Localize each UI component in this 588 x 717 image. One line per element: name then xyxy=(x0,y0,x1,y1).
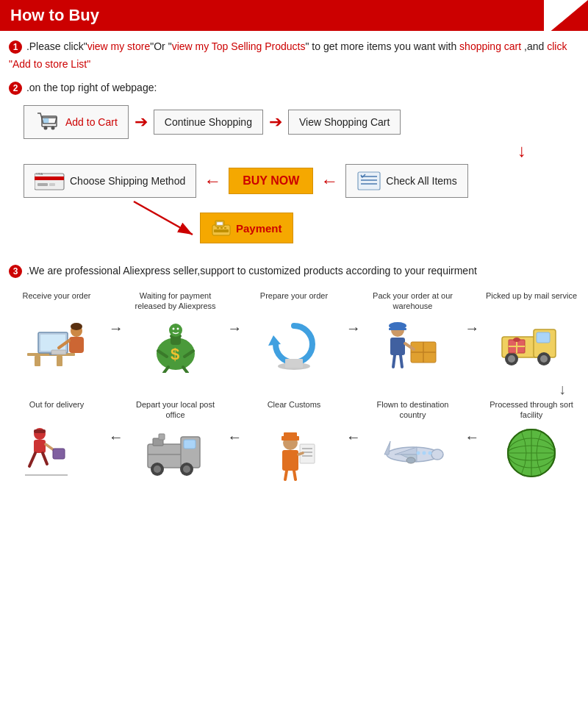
process-icon-pickup xyxy=(498,314,564,373)
process-label-customs: Clear Customs xyxy=(268,399,321,420)
cart-icon xyxy=(35,112,61,132)
svg-point-104 xyxy=(406,457,415,463)
svg-rect-26 xyxy=(40,335,65,351)
flow-row-1: Add to Cart ➔ Continue Shopping ➔ View S… xyxy=(24,105,579,139)
svg-rect-54 xyxy=(389,328,406,330)
svg-marker-46 xyxy=(268,335,281,346)
svg-point-100 xyxy=(431,449,443,460)
svg-point-84 xyxy=(183,465,190,473)
mail-truck-icon xyxy=(498,315,564,372)
buy-now-button[interactable]: BUY NOW xyxy=(229,168,313,194)
arrow1-icon: ➔ xyxy=(135,114,148,130)
arrow4-icon: ← xyxy=(320,171,338,191)
svg-rect-4 xyxy=(35,174,64,190)
svg-rect-91 xyxy=(284,432,297,438)
process-item-facility: Processed through sort facility xyxy=(484,399,579,482)
payment-section: Payment xyxy=(24,198,579,249)
arrow-b2: ← xyxy=(227,429,242,446)
process-icon-customs xyxy=(261,423,327,482)
step3-paragraph: 3 .We are professional Aliexpress seller… xyxy=(9,263,579,280)
process-label-facility: Processed through sort facility xyxy=(484,399,579,421)
process-icon-payment: $ xyxy=(143,315,209,374)
money-bag-icon: $ xyxy=(146,315,205,373)
process-label-receive: Receive your order xyxy=(23,290,91,311)
svg-line-14 xyxy=(134,201,193,235)
process-label-pack: Pack your order at our warehouse xyxy=(365,290,461,312)
continue-shopping-button[interactable]: Continue Shopping xyxy=(154,110,263,135)
svg-rect-55 xyxy=(390,338,405,355)
svg-point-106 xyxy=(428,452,431,455)
svg-line-39 xyxy=(164,367,168,373)
step2-text: .on the top right of webpage: xyxy=(26,82,157,93)
arrow-down-icon: ↓ xyxy=(517,140,526,161)
process-item-customs: Clear Customs xyxy=(246,399,342,482)
view-shopping-cart-button[interactable]: View Shopping Cart xyxy=(288,110,401,135)
arrow-b1: ← xyxy=(109,429,123,446)
svg-point-107 xyxy=(416,452,420,455)
step1-and: ,and xyxy=(521,40,547,52)
process-icon-delivery xyxy=(24,423,90,482)
svg-point-63 xyxy=(508,355,515,363)
svg-rect-7 xyxy=(49,183,55,186)
svg-rect-21 xyxy=(224,227,226,229)
add-to-cart-button[interactable]: Add to Cart xyxy=(24,105,129,139)
process-item-post: Depart your local post office xyxy=(128,399,223,482)
process-item-pickup: Picked up by mail service xyxy=(484,290,579,373)
choose-shipping-button[interactable]: VISA Choose Shipping Method xyxy=(24,164,196,198)
svg-rect-23 xyxy=(35,356,40,366)
svg-rect-32 xyxy=(51,350,66,354)
arrow-b3: ← xyxy=(346,429,361,446)
arrow-p1: → xyxy=(109,320,123,337)
svg-rect-6 xyxy=(37,183,48,186)
svg-rect-71 xyxy=(34,429,46,433)
svg-point-29 xyxy=(71,323,82,330)
globe-icon xyxy=(501,424,563,481)
view-cart-label: View Shopping Cart xyxy=(299,116,390,128)
top-selling-link[interactable]: view my Top Selling Products xyxy=(172,40,306,52)
payment-label: Payment xyxy=(236,222,282,235)
step1-number: 1 xyxy=(9,40,22,54)
arrow-p4: → xyxy=(465,320,479,337)
svg-line-40 xyxy=(183,367,187,373)
payment-button[interactable]: Payment xyxy=(200,213,293,243)
svg-line-57 xyxy=(393,355,395,367)
process-item-pack: Pack your order at our warehouse xyxy=(365,290,461,374)
process-icon-pack xyxy=(380,315,446,374)
view-store-link[interactable]: view my store xyxy=(87,40,151,52)
choose-shipping-label: Choose Shipping Method xyxy=(70,175,185,187)
svg-rect-88 xyxy=(282,450,298,471)
svg-point-2 xyxy=(51,126,55,130)
arrow2-icon: ➔ xyxy=(269,114,282,130)
svg-rect-61 xyxy=(537,332,550,343)
svg-rect-5 xyxy=(35,176,64,180)
arrow-p3: → xyxy=(346,320,361,337)
shopping-cart-text: shopping cart xyxy=(459,40,521,52)
process-label-pickup: Picked up by mail service xyxy=(486,290,577,311)
svg-rect-17 xyxy=(217,222,223,225)
svg-rect-48 xyxy=(285,359,303,368)
check-all-items-label: Check All Items xyxy=(386,175,456,187)
check-all-items-button[interactable]: Check All Items xyxy=(345,164,467,198)
add-to-cart-label: Add to Cart xyxy=(65,116,118,128)
svg-point-69 xyxy=(513,338,520,342)
process-item-delivery: Out for delivery xyxy=(9,399,104,482)
process-label-payment: Waiting for payment released by Aliexpre… xyxy=(128,290,223,312)
airplane-icon xyxy=(380,424,446,481)
delivery-person-icon xyxy=(24,424,90,481)
process-item-payment: Waiting for payment released by Aliexpre… xyxy=(128,290,223,374)
svg-rect-24 xyxy=(57,356,62,366)
arrow-b4: ← xyxy=(465,429,479,446)
svg-text:VISA: VISA xyxy=(36,172,43,176)
svg-line-97 xyxy=(285,471,287,479)
cash-register-icon xyxy=(211,219,232,237)
svg-rect-3 xyxy=(43,118,49,123)
vertical-arrow-right: ↓ xyxy=(9,381,579,398)
svg-line-76 xyxy=(43,453,47,464)
svg-point-44 xyxy=(172,327,174,329)
process-item-prepare: Prepare your order xyxy=(246,290,342,373)
credit-card-icon: VISA xyxy=(35,171,65,191)
svg-rect-72 xyxy=(34,440,46,453)
arrow-down-right-icon: ↓ xyxy=(559,381,566,398)
header-bar: How to Buy xyxy=(0,0,588,31)
svg-rect-74 xyxy=(53,449,65,459)
